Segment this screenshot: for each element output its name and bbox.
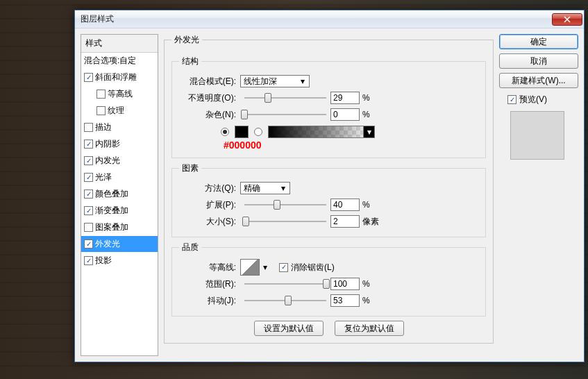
style-item-label: 渐变叠加 [95, 205, 128, 217]
size-input[interactable]: 2 [330, 215, 360, 228]
spread-input[interactable]: 40 [330, 199, 360, 211]
chevron-down-icon: ▾ [298, 76, 308, 86]
style-item-11[interactable]: 投影 [81, 253, 158, 269]
size-unit: 像素 [362, 216, 379, 228]
style-item-label: 内阴影 [95, 138, 120, 150]
new-style-button[interactable]: 新建样式(W)... [499, 73, 578, 88]
style-item-6[interactable]: 光泽 [81, 169, 158, 186]
range-input[interactable]: 100 [330, 278, 360, 290]
range-unit: % [362, 279, 370, 289]
style-checkbox[interactable] [84, 239, 93, 249]
style-item-7[interactable]: 颜色叠加 [81, 186, 158, 203]
quality-group: 品质 等高线: ▾ 消除锯齿(L) 范围(R): [171, 242, 486, 317]
size-slider[interactable] [244, 216, 326, 227]
styles-list: 样式 混合选项:自定 斜面和浮雕等高线纹理描边内阴影内发光光泽颜色叠加渐变叠加图… [81, 34, 158, 356]
range-slider[interactable] [244, 278, 326, 289]
style-item-3[interactable]: 描边 [81, 119, 158, 136]
jitter-unit: % [362, 296, 370, 305]
style-checkbox[interactable] [84, 173, 93, 182]
titlebar[interactable]: 图层样式 [75, 10, 584, 28]
style-item-10[interactable]: 外发光 [81, 236, 158, 253]
window-title: 图层样式 [81, 13, 552, 25]
close-icon [564, 16, 571, 23]
chevron-down-icon: ▾ [278, 183, 288, 193]
style-item-label: 内发光 [95, 155, 120, 167]
gradient-picker[interactable]: ▾ [268, 126, 375, 138]
style-item-label: 纹理 [108, 105, 124, 117]
style-item-4[interactable]: 内阴影 [81, 136, 158, 153]
layer-style-dialog: 图层样式 样式 混合选项:自定 斜面和浮雕等高线纹理描边内阴影内发光光泽颜色叠加… [74, 10, 585, 362]
style-item-8[interactable]: 渐变叠加 [81, 203, 158, 219]
close-button[interactable] [552, 13, 582, 26]
spread-label: 扩展(P): [179, 199, 240, 211]
blend-options-label: 混合选项:自定 [84, 55, 136, 67]
style-checkbox[interactable] [84, 256, 93, 265]
method-label: 方法(Q): [179, 183, 240, 194]
noise-label: 杂色(N): [179, 109, 240, 121]
preview-label: 预览(V) [519, 94, 547, 106]
outer-glow-legend: 外发光 [171, 34, 202, 46]
dialog-body: 样式 混合选项:自定 斜面和浮雕等高线纹理描边内阴影内发光光泽颜色叠加渐变叠加图… [75, 28, 584, 362]
noise-slider[interactable] [244, 109, 326, 120]
style-item-label: 投影 [95, 255, 112, 267]
styles-header: 样式 [81, 35, 158, 53]
color-radio[interactable] [221, 128, 229, 136]
style-checkbox[interactable] [84, 206, 93, 215]
element-legend: 图素 [179, 162, 201, 174]
opacity-slider[interactable] [244, 92, 326, 103]
jitter-slider[interactable] [244, 295, 326, 306]
range-label: 范围(R): [179, 278, 240, 290]
structure-group: 结构 混合模式(E): 线性加深 ▾ 不透明度(O): 29 % [171, 56, 486, 158]
jitter-input[interactable]: 53 [330, 294, 360, 307]
style-checkbox[interactable] [84, 73, 93, 82]
style-item-label: 描边 [95, 121, 112, 133]
style-checkbox[interactable] [84, 140, 93, 149]
style-checkbox[interactable] [84, 123, 93, 132]
method-value: 精确 [244, 183, 260, 194]
opacity-input[interactable]: 29 [330, 92, 360, 104]
blendmode-value: 线性加深 [244, 76, 277, 87]
chevron-down-icon[interactable]: ▾ [261, 259, 269, 276]
color-swatch[interactable] [235, 126, 249, 138]
cancel-button[interactable]: 取消 [499, 53, 578, 69]
style-checkbox[interactable] [84, 190, 93, 199]
style-item-label: 等高线 [108, 88, 133, 100]
color-annotation: #000000 [224, 140, 478, 151]
style-item-0[interactable]: 斜面和浮雕 [81, 69, 158, 86]
style-item-label: 斜面和浮雕 [95, 71, 137, 83]
reset-default-button[interactable]: 复位为默认值 [335, 321, 404, 336]
element-group: 图素 方法(Q): 精确 ▾ 扩展(P): 40 % [171, 162, 486, 237]
contour-picker[interactable] [240, 259, 260, 276]
style-checkbox[interactable] [84, 223, 93, 232]
method-combo[interactable]: 精确 ▾ [240, 182, 290, 194]
spread-slider[interactable] [244, 199, 326, 210]
style-item-label: 颜色叠加 [95, 188, 128, 200]
style-item-1[interactable]: 等高线 [81, 86, 158, 103]
style-checkbox[interactable] [84, 156, 93, 165]
ok-button[interactable]: 确定 [499, 34, 578, 49]
make-default-button[interactable]: 设置为默认值 [254, 321, 324, 336]
style-item-5[interactable]: 内发光 [81, 153, 158, 169]
style-item-2[interactable]: 纹理 [81, 103, 158, 119]
chevron-down-icon: ▾ [363, 126, 374, 137]
style-item-9[interactable]: 图案叠加 [81, 219, 158, 236]
style-checkbox[interactable] [96, 90, 106, 99]
noise-input[interactable]: 0 [330, 108, 360, 121]
settings-panel: 外发光 结构 混合模式(E): 线性加深 ▾ 不透明度(O): 29 [164, 34, 494, 356]
opacity-unit: % [362, 93, 370, 103]
blend-options-row[interactable]: 混合选项:自定 [81, 53, 158, 69]
blendmode-label: 混合模式(E): [179, 76, 240, 87]
style-checkbox[interactable] [96, 106, 106, 115]
structure-legend: 结构 [179, 56, 201, 67]
style-item-label: 光泽 [95, 171, 112, 183]
antialias-checkbox[interactable] [279, 263, 288, 272]
contour-label: 等高线: [179, 262, 240, 273]
gradient-radio[interactable] [254, 128, 262, 136]
preview-thumbnail [510, 111, 564, 160]
dialog-buttons: 确定 取消 新建样式(W)... 预览(V) [499, 34, 578, 356]
preview-checkbox[interactable] [507, 95, 516, 104]
blendmode-combo[interactable]: 线性加深 ▾ [240, 75, 310, 87]
jitter-label: 抖动(J): [179, 295, 240, 307]
style-item-label: 图案叠加 [95, 221, 128, 233]
noise-unit: % [362, 110, 370, 119]
